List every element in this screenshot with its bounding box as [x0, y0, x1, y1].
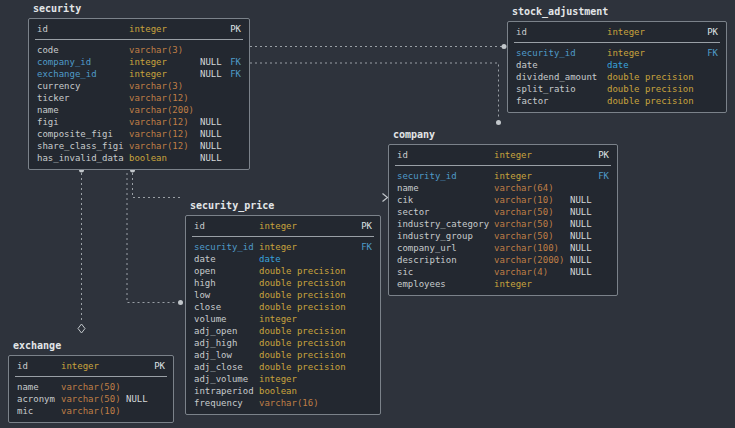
column-nullable: NULL [570, 266, 609, 278]
column-key: FK [598, 170, 609, 182]
table-security[interactable]: securityidintegerPKcodevarchar(3)company… [28, 3, 250, 170]
column-row-id[interactable]: idintegerPK [17, 360, 165, 372]
column-type: double precision [607, 71, 703, 83]
column-nullable: NULL [570, 230, 609, 242]
column-type: boolean [259, 385, 359, 397]
column-row-volume[interactable]: volumeinteger [194, 313, 372, 325]
column-nullable [200, 104, 241, 116]
column-row-industry_group[interactable]: industry_groupvarchar(50)NULL [397, 230, 609, 242]
column-nullable: NULL [200, 116, 241, 128]
column-nullable [359, 277, 372, 289]
erd-canvas[interactable]: securityidintegerPKcodevarchar(3)company… [0, 0, 735, 428]
table-box: idintegerPKsecurity_idintegerFKdatedated… [507, 21, 727, 113]
column-nullable [200, 80, 241, 92]
column-type: double precision [259, 289, 359, 301]
column-name: has_invalid_data [37, 152, 129, 164]
column-row-currency[interactable]: currencyvarchar(3) [37, 80, 241, 92]
column-row-has_invalid_data[interactable]: has_invalid_databooleanNULL [37, 152, 241, 164]
column-row-exchange_id[interactable]: exchange_idintegerNULLFK [37, 68, 241, 80]
column-row-industry_category[interactable]: industry_categoryvarchar(50)NULL [397, 218, 609, 230]
column-row-adj_close[interactable]: adj_closedouble precision [194, 361, 372, 373]
table-header: idintegerPK [29, 19, 249, 39]
column-row-intraperiod[interactable]: intraperiodboolean [194, 385, 372, 397]
table-title[interactable]: stock_adjustment [512, 6, 727, 18]
column-key: PK [230, 23, 241, 35]
column-nullable [359, 265, 372, 277]
column-nullable [359, 349, 372, 361]
column-row-frequency[interactable]: frequencyvarchar(16) [194, 397, 372, 409]
table-security_price[interactable]: security_priceidintegerPKsecurity_idinte… [185, 200, 381, 415]
column-nullable: NULL [570, 242, 609, 254]
column-type: varchar(3) [129, 80, 200, 92]
column-row-name[interactable]: namevarchar(50) [17, 381, 165, 393]
table-title[interactable]: security_price [190, 200, 381, 212]
table-title[interactable]: company [393, 129, 618, 141]
column-nullable [570, 182, 609, 194]
column-name: adj_close [194, 361, 259, 373]
column-row-name[interactable]: namevarchar(200) [37, 104, 241, 116]
column-row-id[interactable]: idintegerPK [37, 23, 241, 35]
column-name: id [37, 23, 129, 35]
table-company[interactable]: companyidintegerPKsecurity_idintegerFKna… [388, 129, 618, 296]
column-row-security_id[interactable]: security_idintegerFK [516, 47, 718, 59]
column-row-id[interactable]: idintegerPK [516, 26, 718, 38]
column-row-split_ratio[interactable]: split_ratiodouble precision [516, 83, 718, 95]
column-row-sector[interactable]: sectorvarchar(50)NULL [397, 206, 609, 218]
column-row-composite_figi[interactable]: composite_figivarchar(12)NULL [37, 128, 241, 140]
column-row-figi[interactable]: figivarchar(12)NULL [37, 116, 241, 128]
column-type: varchar(200) [129, 104, 200, 116]
column-name: factor [516, 95, 607, 107]
column-name: id [194, 220, 259, 232]
column-row-sic[interactable]: sicvarchar(4)NULL [397, 266, 609, 278]
column-row-open[interactable]: opendouble precision [194, 265, 372, 277]
table-stock_adjustment[interactable]: stock_adjustmentidintegerPKsecurity_idin… [507, 6, 727, 113]
column-row-code[interactable]: codevarchar(3) [37, 44, 241, 56]
column-nullable [703, 71, 718, 83]
column-row-date[interactable]: datedate [516, 59, 718, 71]
table-exchange[interactable]: exchangeidintegerPKnamevarchar(50)acrony… [8, 340, 174, 423]
column-row-close[interactable]: closedouble precision [194, 301, 372, 313]
column-row-low[interactable]: lowdouble precision [194, 289, 372, 301]
column-row-id[interactable]: idintegerPK [397, 149, 609, 161]
column-row-security_id[interactable]: security_idintegerFK [194, 241, 372, 253]
column-type: varchar(64) [494, 182, 570, 194]
column-nullable [570, 149, 598, 161]
column-row-employees[interactable]: employeesinteger [397, 278, 609, 290]
column-row-share_class_figi[interactable]: share_class_figivarchar(12)NULL [37, 140, 241, 152]
column-row-cik[interactable]: cikvarchar(10)NULL [397, 194, 609, 206]
column-row-description[interactable]: descriptionvarchar(2000)NULL [397, 254, 609, 266]
column-row-dividend_amount[interactable]: dividend_amountdouble precision [516, 71, 718, 83]
column-row-company_id[interactable]: company_idintegerNULLFK [37, 56, 241, 68]
column-type: varchar(4) [494, 266, 570, 278]
column-row-adj_high[interactable]: adj_highdouble precision [194, 337, 372, 349]
column-name: exchange_id [37, 68, 129, 80]
column-row-name[interactable]: namevarchar(64) [397, 182, 609, 194]
table-title[interactable]: exchange [13, 340, 174, 352]
column-row-factor[interactable]: factordouble precision [516, 95, 718, 107]
column-name: security_id [194, 241, 259, 253]
column-type: integer [494, 278, 570, 290]
column-row-acronym[interactable]: acronymvarchar(50)NULL [17, 393, 165, 405]
column-row-security_id[interactable]: security_idintegerFK [397, 170, 609, 182]
column-row-ticker[interactable]: tickervarchar(12) [37, 92, 241, 104]
column-name: frequency [194, 397, 259, 409]
column-type: double precision [259, 277, 359, 289]
column-nullable [570, 170, 598, 182]
column-row-adj_low[interactable]: adj_lowdouble precision [194, 349, 372, 361]
edge-security-exchange [78, 163, 85, 333]
table-header: idintegerPK [389, 145, 617, 165]
column-row-mic[interactable]: micvarchar(10) [17, 405, 165, 417]
table-title[interactable]: security [33, 3, 250, 15]
column-name: adj_open [194, 325, 259, 337]
relationship-line [250, 63, 499, 119]
column-row-high[interactable]: highdouble precision [194, 277, 372, 289]
column-type: varchar(3) [129, 44, 200, 56]
column-nullable [703, 59, 718, 71]
column-row-date[interactable]: datedate [194, 253, 372, 265]
column-row-adj_open[interactable]: adj_opendouble precision [194, 325, 372, 337]
column-row-adj_volume[interactable]: adj_volumeinteger [194, 373, 372, 385]
column-nullable: NULL [200, 68, 230, 80]
column-row-id[interactable]: idintegerPK [194, 220, 372, 232]
column-row-company_url[interactable]: company_urlvarchar(100)NULL [397, 242, 609, 254]
table-header: idintegerPK [186, 216, 380, 236]
